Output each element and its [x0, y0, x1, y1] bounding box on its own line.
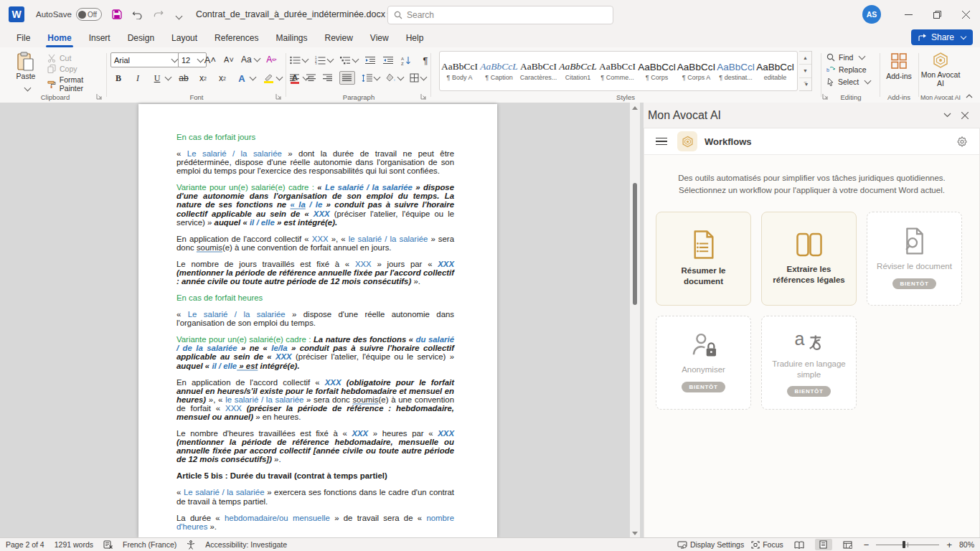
share-button[interactable]: Share: [911, 29, 973, 45]
scroll-up-icon[interactable]: [630, 103, 640, 113]
tab-layout[interactable]: Layout: [164, 30, 205, 46]
customize-qat-icon[interactable]: [174, 9, 182, 21]
font-family-select[interactable]: Arial: [110, 52, 181, 67]
collapse-ribbon-icon[interactable]: [966, 93, 973, 98]
paragraph[interactable]: La durée « hebdomadaire/ou mensuelle » d…: [176, 514, 454, 531]
tab-references[interactable]: References: [207, 30, 266, 46]
paragraph[interactable]: En application de l'accord collectif « X…: [176, 378, 454, 421]
sidebar-close-icon[interactable]: [961, 112, 969, 119]
copy-button[interactable]: Copy: [47, 65, 77, 73]
bullet-list-button[interactable]: [290, 56, 301, 65]
menu-icon[interactable]: [656, 138, 667, 146]
font-size-select[interactable]: 12: [178, 52, 207, 67]
subscript-button[interactable]: x2: [197, 71, 209, 85]
text-effects-button[interactable]: A: [235, 71, 248, 85]
increase-indent-button[interactable]: [383, 56, 394, 65]
style-item[interactable]: AaBbCcICaractères...: [519, 52, 558, 90]
save-icon[interactable]: [112, 9, 122, 19]
zoom-out-button[interactable]: −: [864, 540, 870, 550]
zoom-in-button[interactable]: +: [946, 540, 952, 550]
tab-file[interactable]: File: [9, 30, 38, 46]
style-item[interactable]: AaBbCcI¶ Body A: [440, 52, 479, 90]
avocat-button[interactable]: Mon Avocat AI: [920, 52, 961, 88]
paste-button[interactable]: Paste: [11, 52, 40, 93]
shading-button[interactable]: [386, 73, 396, 83]
align-center-button[interactable]: [306, 74, 316, 82]
close-button[interactable]: [951, 0, 980, 29]
tab-review[interactable]: Review: [316, 30, 360, 46]
scrollbar-thumb[interactable]: [633, 183, 637, 305]
paragraph[interactable]: Le nombre de jours travaillés est fixé à…: [176, 260, 454, 286]
focus-button[interactable]: Focus: [751, 540, 783, 549]
paragraph[interactable]: En cas de forfait heures: [176, 293, 454, 302]
search-input[interactable]: Search: [387, 6, 613, 24]
document-title[interactable]: Contrat_de_travail_à_durée_indéterminée.…: [196, 9, 393, 19]
shrink-font-button[interactable]: A˅: [222, 52, 235, 67]
redo-button[interactable]: [153, 10, 164, 19]
clear-formatting-button[interactable]: A✏: [265, 52, 278, 67]
decrease-indent-button[interactable]: [365, 56, 376, 65]
autosave-switch[interactable]: Off: [76, 8, 102, 21]
scroll-down-icon[interactable]: [630, 528, 640, 538]
font-dialog-launcher[interactable]: [275, 93, 283, 100]
styles-gallery-scroll[interactable]: ▲ ▼ ▼–: [799, 51, 812, 91]
italic-button[interactable]: I: [131, 71, 144, 85]
paragraph[interactable]: « Le salarié / la salariée » exercera se…: [176, 488, 454, 505]
styles-gallery-expand-icon[interactable]: ▼–: [799, 78, 811, 90]
grow-font-button[interactable]: A˄: [204, 52, 217, 67]
language-indicator[interactable]: French (France): [123, 540, 176, 549]
paragraph-dialog-launcher[interactable]: [420, 93, 428, 100]
numbered-list-button[interactable]: 123: [315, 56, 326, 65]
superscript-button[interactable]: x2: [216, 71, 229, 85]
style-item[interactable]: AaBbCcI¶ Corps A: [677, 52, 716, 90]
styles-scroll-up-icon[interactable]: ▲: [799, 52, 811, 65]
zoom-slider-thumb[interactable]: [903, 541, 905, 548]
sort-button[interactable]: AZ: [401, 56, 412, 65]
find-button[interactable]: Find: [826, 53, 864, 62]
tab-mailings[interactable]: Mailings: [268, 30, 315, 46]
paragraph[interactable]: « Le salarié / la salariée » dont la dur…: [176, 149, 454, 175]
change-case-button[interactable]: Aa: [241, 52, 260, 67]
accessibility-status[interactable]: Accessibility: Investigate: [205, 540, 287, 549]
styles-scroll-down-icon[interactable]: ▼: [799, 65, 811, 77]
autosave-toggle[interactable]: AutoSave Off: [36, 8, 102, 21]
align-left-button[interactable]: [290, 74, 300, 82]
borders-button[interactable]: [410, 73, 419, 83]
paragraph[interactable]: En cas de forfait jours: [176, 133, 454, 141]
style-item[interactable]: AaBbCcl¶ Corps: [637, 52, 677, 90]
style-item[interactable]: AaBbCcl¶ destinat...: [716, 52, 755, 90]
tab-help[interactable]: Help: [398, 30, 432, 46]
paragraph[interactable]: Le nombre d'heures travaillées est fixé …: [176, 429, 454, 463]
restore-button[interactable]: [923, 0, 951, 29]
select-button[interactable]: Select: [826, 77, 870, 86]
zoom-slider[interactable]: [876, 540, 939, 550]
print-layout-button[interactable]: [815, 539, 832, 550]
proofing-errors-icon[interactable]: [103, 540, 113, 549]
style-item[interactable]: AaBbCcL¶ Caption: [479, 52, 519, 90]
style-item[interactable]: AaBbCcleditable: [755, 52, 795, 90]
display-settings-button[interactable]: Display Settings: [677, 540, 744, 549]
workflow-card-r-sumer-le-document[interactable]: Résumer le document: [656, 212, 751, 306]
format-painter-button[interactable]: Format Painter: [47, 75, 105, 93]
undo-button[interactable]: [132, 10, 143, 19]
zoom-level[interactable]: 80%: [959, 540, 974, 549]
multilevel-list-button[interactable]: [340, 56, 351, 65]
sidebar-collapse-icon[interactable]: [943, 113, 951, 118]
bold-button[interactable]: B: [112, 71, 125, 85]
underline-button[interactable]: U: [151, 71, 164, 85]
paragraph[interactable]: En application de l'accord collectif « X…: [176, 235, 454, 252]
document-page[interactable]: En cas de forfait jours« Le salarié / la…: [138, 104, 497, 538]
tab-home[interactable]: Home: [39, 30, 79, 46]
settings-gear-icon[interactable]: [957, 136, 968, 147]
page-indicator[interactable]: Page 2 of 4: [6, 540, 44, 549]
word-count[interactable]: 1291 words: [55, 540, 93, 549]
justify-button[interactable]: [339, 71, 355, 85]
avatar[interactable]: AS: [862, 5, 881, 24]
tab-design[interactable]: Design: [120, 30, 162, 46]
workflow-card-extraire-les-r-f-rences-l-gales[interactable]: Extraire les références légales: [761, 212, 857, 306]
tab-insert[interactable]: Insert: [81, 30, 118, 46]
replace-button[interactable]: b Replace: [826, 65, 867, 74]
document-content[interactable]: En cas de forfait jours« Le salarié / la…: [176, 133, 454, 551]
clipboard-dialog-launcher[interactable]: [96, 93, 103, 100]
accessibility-icon[interactable]: [187, 540, 195, 550]
